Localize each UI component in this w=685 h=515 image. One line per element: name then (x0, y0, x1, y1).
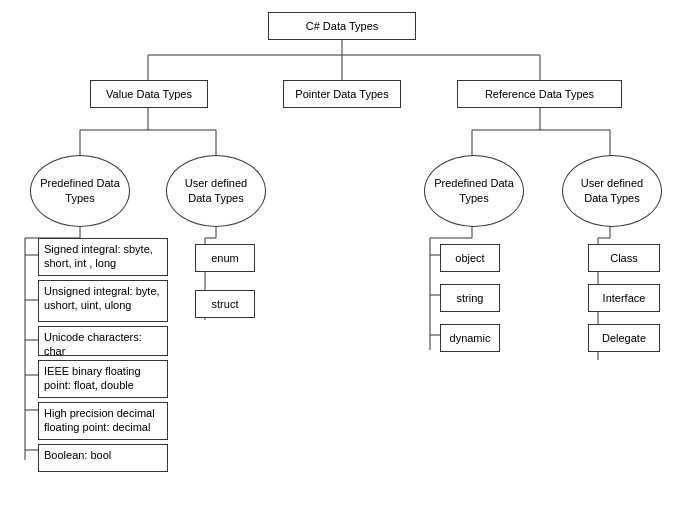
signed-node: Signed integral: sbyte, short, int , lon… (38, 238, 168, 276)
delegate-node: Delegate (588, 324, 660, 352)
interface-node: Interface (588, 284, 660, 312)
string-node: string (440, 284, 500, 312)
ref-predefined-node: Predefined Data Types (424, 155, 524, 227)
unicode-node: Unicode characters: char (38, 326, 168, 356)
value-node: Value Data Types (90, 80, 208, 108)
reference-node: Reference Data Types (457, 80, 622, 108)
class-node: Class (588, 244, 660, 272)
root-node: C# Data Types (268, 12, 416, 40)
pointer-node: Pointer Data Types (283, 80, 401, 108)
dynamic-node: dynamic (440, 324, 500, 352)
boolean-node: Boolean: bool (38, 444, 168, 472)
ieee-node: IEEE binary floating point: float, doubl… (38, 360, 168, 398)
ref-userdefined-node: User defined Data Types (562, 155, 662, 227)
value-userdefined-node: User defined Data Types (166, 155, 266, 227)
diagram: C# Data Types Value Data Types Pointer D… (0, 0, 685, 515)
highprecision-node: High precision decimal floating point: d… (38, 402, 168, 440)
struct-node: struct (195, 290, 255, 318)
value-predefined-node: Predefined Data Types (30, 155, 130, 227)
unsigned-node: Unsigned integral: byte, ushort, uint, u… (38, 280, 168, 322)
object-node: object (440, 244, 500, 272)
enum-node: enum (195, 244, 255, 272)
